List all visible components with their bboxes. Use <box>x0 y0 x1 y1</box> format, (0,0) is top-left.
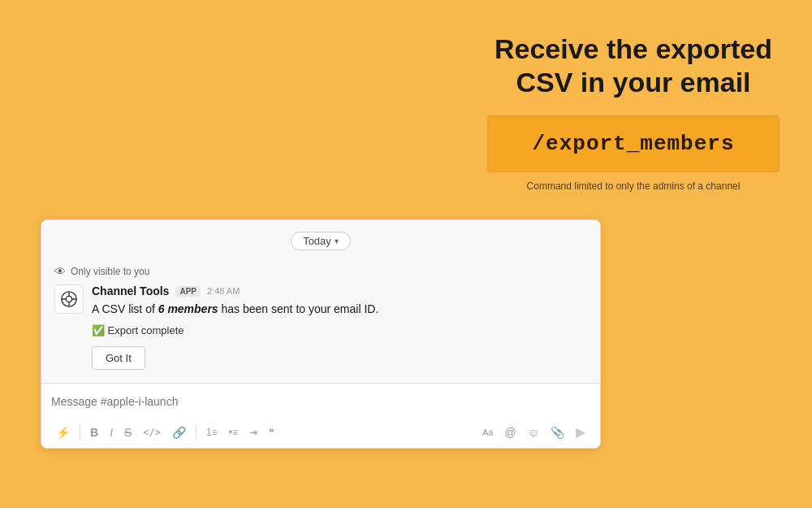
message-header: Channel Tools APP 2:48 AM <box>92 284 587 297</box>
date-label: Today <box>303 235 331 247</box>
indent-icon: ⇥ <box>249 427 257 438</box>
unordered-list-icon: •≡ <box>229 427 238 438</box>
strikethrough-button[interactable]: S <box>119 423 136 442</box>
message-row: Channel Tools APP 2:48 AM A CSV list of … <box>54 284 587 370</box>
chat-window: Today ▾ 👁 Only visible to you <box>41 219 601 449</box>
command-box: /export_members <box>487 115 780 172</box>
strikethrough-icon: S <box>124 426 132 439</box>
bot-name: Channel Tools <box>92 284 169 297</box>
attach-icon: 📎 <box>551 426 564 439</box>
bold-button[interactable]: B <box>85 423 103 442</box>
headline-section: Receive the exported CSV in your email /… <box>487 33 780 192</box>
code-button[interactable]: </> <box>138 423 166 441</box>
attach-button[interactable]: 📎 <box>546 423 569 442</box>
blockquote-button[interactable]: ❝ <box>264 423 279 441</box>
message-input-area: ⚡ B I S </> 🔗 1≡ •≡ <box>41 383 600 448</box>
visibility-text: Only visible to you <box>71 266 149 277</box>
message-text: A CSV list of 6 members has been sent to… <box>92 301 587 318</box>
app-badge: APP <box>175 286 201 297</box>
message-input[interactable] <box>51 392 590 416</box>
format-button[interactable]: Aa <box>477 424 498 441</box>
chat-message-area: 👁 Only visible to you Channel Tools APP <box>41 258 600 383</box>
code-icon: </> <box>143 427 161 438</box>
message-time: 2:48 AM <box>207 286 240 296</box>
italic-button[interactable]: I <box>105 423 118 442</box>
visibility-note: 👁 Only visible to you <box>54 265 587 278</box>
headline-title: Receive the exported CSV in your email <box>487 33 780 99</box>
emoji-button[interactable]: ☺ <box>523 423 544 442</box>
message-content: Channel Tools APP 2:48 AM A CSV list of … <box>92 284 587 370</box>
bold-icon: B <box>90 426 98 439</box>
bolt-icon: ⚡ <box>56 426 70 439</box>
chat-date-divider: Today ▾ <box>41 220 600 258</box>
avatar <box>54 284 84 314</box>
indent-button[interactable]: ⇥ <box>244 423 262 441</box>
command-text: /export_members <box>505 132 762 156</box>
toolbar-divider-2 <box>196 425 197 440</box>
toolbar-row: ⚡ B I S </> 🔗 1≡ •≡ <box>51 416 590 448</box>
eye-icon: 👁 <box>54 265 66 278</box>
mention-button[interactable]: @ <box>499 423 520 442</box>
mention-icon: @ <box>504 426 516 439</box>
date-pill[interactable]: Today ▾ <box>291 232 351 250</box>
chevron-down-icon: ▾ <box>335 237 339 245</box>
toolbar-right: Aa @ ☺ 📎 ▶ <box>477 421 590 443</box>
italic-icon: I <box>110 426 113 439</box>
blockquote-icon: ❝ <box>269 427 274 438</box>
svg-point-1 <box>66 296 71 302</box>
toolbar-divider-1 <box>80 425 80 440</box>
emoji-icon: ☺ <box>528 426 539 439</box>
format-icon: Aa <box>482 428 493 437</box>
unordered-list-button[interactable]: •≡ <box>224 423 243 441</box>
export-status: ✅ Export complete <box>92 324 587 336</box>
ordered-list-button[interactable]: 1≡ <box>201 423 222 441</box>
bolt-button[interactable]: ⚡ <box>51 423 75 442</box>
got-it-button[interactable]: Got It <box>92 346 145 370</box>
send-icon: ▶ <box>576 424 585 440</box>
send-button[interactable]: ▶ <box>571 421 590 443</box>
ordered-list-icon: 1≡ <box>206 427 218 438</box>
link-button[interactable]: 🔗 <box>167 423 191 442</box>
link-icon: 🔗 <box>172 426 186 439</box>
command-note: Command limited to only the admins of a … <box>487 180 780 192</box>
